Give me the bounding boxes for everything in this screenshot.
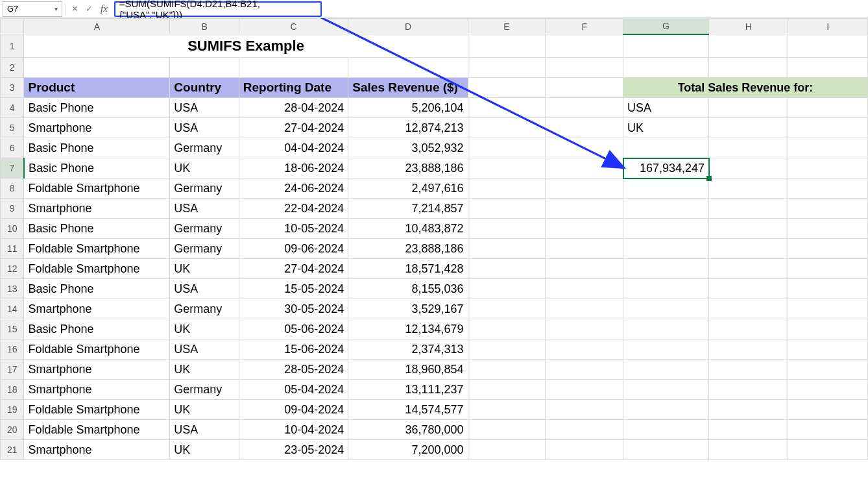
row-header-18[interactable]: 18	[1, 380, 24, 400]
cell-C9[interactable]: 22-04-2024	[239, 199, 348, 219]
column-header-B[interactable]: B	[170, 19, 239, 34]
cell-H8[interactable]	[709, 178, 788, 199]
cell-G16[interactable]	[623, 339, 709, 360]
column-header-D[interactable]: D	[348, 19, 468, 34]
cell-H11[interactable]	[709, 239, 788, 259]
cell-G8[interactable]	[623, 178, 709, 199]
cell-F20[interactable]	[546, 420, 623, 440]
cell-C10[interactable]: 10-05-2024	[239, 219, 348, 239]
row-header-4[interactable]: 4	[1, 98, 24, 118]
cell-A5[interactable]: Smartphone	[24, 118, 170, 138]
cell-F17[interactable]	[546, 360, 623, 380]
cell-I2[interactable]	[788, 58, 868, 78]
cell-E10[interactable]	[468, 219, 546, 239]
cell-E9[interactable]	[468, 199, 546, 219]
cell-B9[interactable]: USA	[170, 199, 239, 219]
cell-F10[interactable]	[546, 219, 623, 239]
cell-D19[interactable]: 14,574,577	[348, 400, 468, 420]
cell-F14[interactable]	[546, 299, 623, 319]
cell-E17[interactable]	[468, 360, 546, 380]
cell-B12[interactable]: UK	[170, 259, 239, 279]
row-header-13[interactable]: 13	[1, 279, 24, 299]
cell-A11[interactable]: Foldable Smartphone	[24, 239, 170, 259]
cell-I17[interactable]	[788, 360, 868, 380]
cell-F8[interactable]	[546, 178, 623, 199]
cell-F19[interactable]	[546, 400, 623, 420]
cell-H20[interactable]	[709, 420, 788, 440]
cell-E1[interactable]	[468, 34, 546, 58]
cell-A14[interactable]: Smartphone	[24, 299, 170, 319]
row-header-10[interactable]: 10	[1, 219, 24, 239]
cell-F18[interactable]	[546, 380, 623, 400]
cell-D7[interactable]: 23,888,186	[348, 158, 468, 178]
cell-H9[interactable]	[709, 199, 788, 219]
cell-E5[interactable]	[468, 118, 546, 138]
cell-G19[interactable]	[623, 400, 709, 420]
cell-G3[interactable]: Total Sales Revenue for:	[623, 78, 868, 98]
cell-G11[interactable]	[623, 239, 709, 259]
cell-H16[interactable]	[709, 339, 788, 360]
cell-H7[interactable]	[709, 158, 788, 178]
cell-D6[interactable]: 3,052,932	[348, 138, 468, 158]
cell-F11[interactable]	[546, 239, 623, 259]
cell-E8[interactable]	[468, 178, 546, 199]
cell-I7[interactable]	[788, 158, 868, 178]
row-header-3[interactable]: 3	[1, 78, 24, 98]
cell-F2[interactable]	[546, 58, 623, 78]
cell-H17[interactable]	[709, 360, 788, 380]
cell-D12[interactable]: 18,571,428	[348, 259, 468, 279]
cell-A10[interactable]: Basic Phone	[24, 219, 170, 239]
select-all-corner[interactable]	[1, 19, 24, 34]
cell-F3[interactable]	[546, 78, 623, 98]
cell-G4[interactable]: USA	[623, 98, 709, 118]
column-header-F[interactable]: F	[546, 19, 623, 34]
cell-G14[interactable]	[623, 299, 709, 319]
cell-I4[interactable]	[788, 98, 868, 118]
cell-B6[interactable]: Germany	[170, 138, 239, 158]
cell-I21[interactable]	[788, 440, 868, 460]
cell-F5[interactable]	[546, 118, 623, 138]
cell-G20[interactable]	[623, 420, 709, 440]
enter-icon[interactable]: ✓	[82, 4, 95, 14]
cell-B21[interactable]: UK	[170, 440, 239, 460]
row-header-12[interactable]: 12	[1, 259, 24, 279]
cell-H15[interactable]	[709, 319, 788, 339]
cell-A1[interactable]: SUMIFS Example	[24, 34, 468, 58]
row-header-1[interactable]: 1	[1, 34, 24, 58]
cell-D18[interactable]: 13,111,237	[348, 380, 468, 400]
row-header-2[interactable]: 2	[1, 58, 24, 78]
cell-E2[interactable]	[468, 58, 546, 78]
cell-I11[interactable]	[788, 239, 868, 259]
cell-I15[interactable]	[788, 319, 868, 339]
fx-icon[interactable]: fx	[97, 3, 112, 14]
row-header-19[interactable]: 19	[1, 400, 24, 420]
cell-A20[interactable]: Foldable Smartphone	[24, 420, 170, 440]
cell-D2[interactable]	[348, 58, 468, 78]
row-header-5[interactable]: 5	[1, 118, 24, 138]
cell-G5[interactable]: UK	[623, 118, 709, 138]
cell-D8[interactable]: 2,497,616	[348, 178, 468, 199]
cell-A16[interactable]: Foldable Smartphone	[24, 339, 170, 360]
cell-G15[interactable]	[623, 319, 709, 339]
cell-E7[interactable]	[468, 158, 546, 178]
cell-A9[interactable]: Smartphone	[24, 199, 170, 219]
cell-G13[interactable]	[623, 279, 709, 299]
cell-I9[interactable]	[788, 199, 868, 219]
cell-E11[interactable]	[468, 239, 546, 259]
cell-B4[interactable]: USA	[170, 98, 239, 118]
cell-A4[interactable]: Basic Phone	[24, 98, 170, 118]
column-header-C[interactable]: C	[239, 19, 348, 34]
cell-F9[interactable]	[546, 199, 623, 219]
cell-C11[interactable]: 09-06-2024	[239, 239, 348, 259]
cell-A7[interactable]: Basic Phone	[24, 158, 170, 178]
cell-E4[interactable]	[468, 98, 546, 118]
cell-G17[interactable]	[623, 360, 709, 380]
cell-H4[interactable]	[709, 98, 788, 118]
cell-D20[interactable]: 36,780,000	[348, 420, 468, 440]
cell-C4[interactable]: 28-04-2024	[239, 98, 348, 118]
cell-I13[interactable]	[788, 279, 868, 299]
cell-D5[interactable]: 12,874,213	[348, 118, 468, 138]
cell-D17[interactable]: 18,960,854	[348, 360, 468, 380]
column-header-H[interactable]: H	[709, 19, 788, 34]
cell-I6[interactable]	[788, 138, 868, 158]
